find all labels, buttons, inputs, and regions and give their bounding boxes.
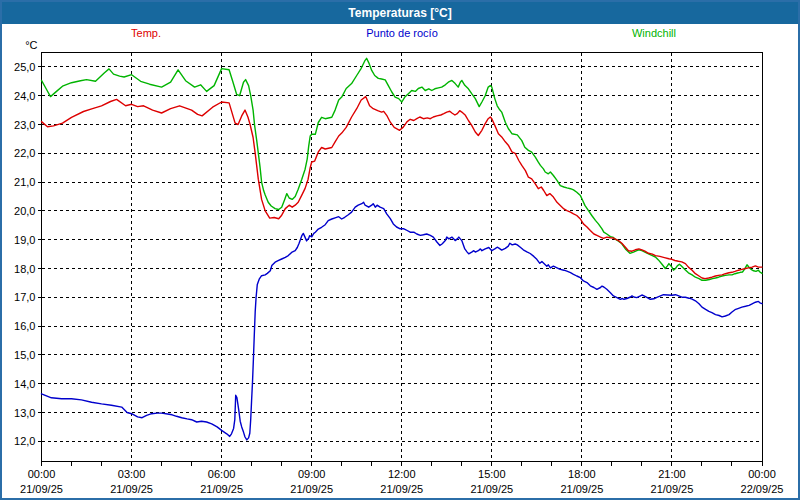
svg-text:19,0: 19,0 [14,234,35,246]
temperature-chart-plot: 25,024,023,022,021,020,019,018,017,016,0… [2,2,798,498]
svg-text:21,0: 21,0 [14,176,35,188]
svg-text:22,0: 22,0 [14,147,35,159]
svg-text:21:00: 21:00 [658,468,686,480]
svg-text:17,0: 17,0 [14,291,35,303]
svg-text:12:00: 12:00 [388,468,416,480]
svg-text:25,0: 25,0 [14,61,35,73]
svg-text:21/09/25: 21/09/25 [290,483,333,495]
x-axis-labels: 00:0021/09/2503:0021/09/2506:0021/09/250… [20,468,783,495]
svg-text:18,0: 18,0 [14,263,35,275]
svg-text:21/09/25: 21/09/25 [560,483,603,495]
svg-text:21/09/25: 21/09/25 [470,483,513,495]
svg-text:23,0: 23,0 [14,119,35,131]
svg-text:09:00: 09:00 [298,468,326,480]
axis-ticks [38,67,763,466]
svg-text:24,0: 24,0 [14,90,35,102]
svg-text:00:00: 00:00 [748,468,776,480]
svg-text:15:00: 15:00 [478,468,506,480]
svg-text:15,0: 15,0 [14,349,35,361]
svg-text:06:00: 06:00 [208,468,236,480]
svg-text:21/09/25: 21/09/25 [20,483,63,495]
svg-text:03:00: 03:00 [118,468,146,480]
svg-text:14,0: 14,0 [14,378,35,390]
svg-text:22/09/25: 22/09/25 [741,483,784,495]
weather-chart-window: Temperaturas [°C] Temp. Punto de rocío W… [0,0,800,500]
series-line-punto-de-roc-o [42,202,763,440]
svg-text:21/09/25: 21/09/25 [110,483,153,495]
svg-text:12,0: 12,0 [14,435,35,447]
svg-text:16,0: 16,0 [14,320,35,332]
svg-text:00:00: 00:00 [28,468,56,480]
svg-text:21/09/25: 21/09/25 [380,483,423,495]
svg-text:13,0: 13,0 [14,407,35,419]
svg-text:21/09/25: 21/09/25 [651,483,694,495]
svg-text:18:00: 18:00 [568,468,596,480]
svg-text:21/09/25: 21/09/25 [200,483,243,495]
svg-text:20,0: 20,0 [14,205,35,217]
y-axis-unit-label: °C [25,39,37,51]
y-axis-labels: 25,024,023,022,021,020,019,018,017,016,0… [14,39,37,448]
